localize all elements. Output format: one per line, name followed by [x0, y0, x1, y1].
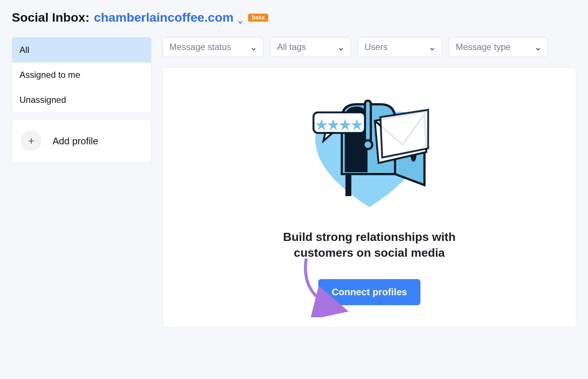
filter-message-type[interactable]: Message type — [449, 37, 548, 57]
sidebar-item-unassigned[interactable]: Unassigned — [12, 87, 151, 112]
filter-message-status[interactable]: Message status — [162, 37, 263, 57]
beta-badge: beta — [248, 14, 268, 22]
page-header: Social Inbox: chamberlaincoffee.com beta — [12, 10, 576, 25]
filter-label: Message type — [456, 42, 510, 52]
page-title: Social Inbox: — [12, 10, 90, 25]
chevron-down-icon — [429, 44, 435, 50]
chevron-down-icon — [535, 44, 541, 50]
connect-profiles-button[interactable]: Connect profiles — [318, 279, 420, 305]
filter-label: Message status — [169, 42, 231, 52]
add-profile-label: Add profile — [53, 136, 98, 147]
sidebar-item-assigned-to-me[interactable]: Assigned to me — [12, 62, 151, 87]
svg-marker-3 — [380, 110, 428, 158]
empty-state-heading: Build strong relationships with customer… — [266, 229, 472, 261]
sidebar: All Assigned to me Unassigned + Add prof… — [12, 37, 151, 169]
chevron-down-icon — [237, 14, 244, 21]
main-area: Message status All tags Users Message ty… — [162, 37, 576, 328]
chevron-down-icon — [251, 44, 257, 50]
filter-users[interactable]: Users — [358, 37, 442, 57]
plus-icon: + — [21, 131, 42, 151]
domain-name: chamberlaincoffee.com — [94, 10, 234, 25]
inbox-filter-card: All Assigned to me Unassigned — [12, 37, 151, 113]
domain-selector[interactable]: chamberlaincoffee.com — [94, 10, 244, 25]
add-profile-button[interactable]: + Add profile — [12, 119, 151, 163]
filter-bar: Message status All tags Users Message ty… — [162, 37, 576, 57]
chevron-down-icon — [338, 44, 344, 50]
empty-state-card: Build strong relationships with customer… — [162, 67, 576, 328]
filter-label: Users — [365, 42, 388, 52]
filter-label: All tags — [277, 42, 306, 52]
filter-all-tags[interactable]: All tags — [270, 37, 351, 57]
sidebar-item-all[interactable]: All — [12, 37, 151, 62]
mailbox-illustration — [303, 90, 435, 214]
svg-point-5 — [363, 140, 372, 149]
